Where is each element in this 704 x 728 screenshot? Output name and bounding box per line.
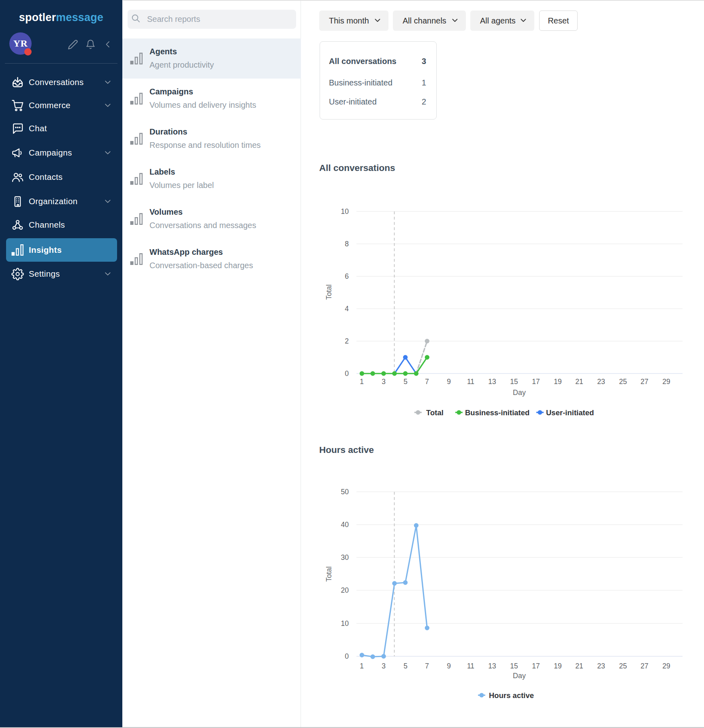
svg-text:1: 1 bbox=[360, 378, 364, 386]
svg-text:15: 15 bbox=[510, 662, 518, 670]
svg-text:7: 7 bbox=[425, 662, 429, 670]
svg-text:0: 0 bbox=[345, 652, 349, 660]
svg-text:9: 9 bbox=[447, 378, 451, 386]
svg-text:25: 25 bbox=[619, 662, 627, 670]
svg-text:Hours active: Hours active bbox=[489, 691, 534, 700]
svg-text:5: 5 bbox=[403, 378, 407, 386]
svg-text:29: 29 bbox=[662, 662, 670, 670]
svg-text:Total: Total bbox=[426, 408, 444, 417]
svg-text:9: 9 bbox=[447, 662, 451, 670]
svg-text:User-initiated: User-initiated bbox=[546, 408, 594, 417]
svg-text:2: 2 bbox=[345, 337, 349, 345]
svg-text:Total: Total bbox=[325, 284, 333, 300]
svg-text:30: 30 bbox=[341, 553, 349, 561]
svg-text:23: 23 bbox=[597, 662, 605, 670]
svg-text:20: 20 bbox=[341, 586, 349, 594]
svg-text:13: 13 bbox=[488, 378, 496, 386]
svg-text:1: 1 bbox=[360, 662, 364, 670]
svg-text:5: 5 bbox=[403, 662, 407, 670]
svg-text:23: 23 bbox=[597, 378, 605, 386]
svg-text:11: 11 bbox=[467, 662, 474, 670]
svg-text:3: 3 bbox=[382, 662, 386, 670]
svg-text:29: 29 bbox=[662, 378, 670, 386]
svg-text:11: 11 bbox=[467, 378, 474, 386]
svg-text:6: 6 bbox=[345, 272, 349, 280]
svg-text:15: 15 bbox=[510, 378, 518, 386]
svg-text:Day: Day bbox=[513, 389, 526, 397]
svg-text:10: 10 bbox=[341, 619, 349, 628]
svg-text:All conversations: All conversations bbox=[319, 163, 395, 173]
svg-text:13: 13 bbox=[488, 662, 496, 670]
svg-text:25: 25 bbox=[619, 378, 627, 386]
svg-text:Day: Day bbox=[513, 672, 526, 680]
svg-text:19: 19 bbox=[554, 662, 561, 670]
svg-text:50: 50 bbox=[341, 488, 349, 496]
svg-text:40: 40 bbox=[341, 521, 349, 529]
svg-text:Hours active: Hours active bbox=[319, 445, 374, 455]
svg-text:19: 19 bbox=[554, 378, 561, 386]
svg-text:27: 27 bbox=[640, 378, 648, 386]
svg-text:8: 8 bbox=[345, 240, 349, 248]
svg-text:27: 27 bbox=[640, 662, 648, 670]
svg-text:17: 17 bbox=[532, 378, 540, 386]
svg-text:21: 21 bbox=[575, 378, 583, 386]
svg-text:Total: Total bbox=[325, 566, 333, 582]
svg-text:Business-initiated: Business-initiated bbox=[465, 408, 529, 417]
svg-text:10: 10 bbox=[341, 207, 349, 216]
svg-text:7: 7 bbox=[425, 378, 429, 386]
svg-text:0: 0 bbox=[345, 369, 349, 378]
svg-text:17: 17 bbox=[532, 662, 540, 670]
svg-text:4: 4 bbox=[345, 305, 349, 313]
svg-text:3: 3 bbox=[382, 378, 386, 386]
svg-text:21: 21 bbox=[575, 662, 583, 670]
